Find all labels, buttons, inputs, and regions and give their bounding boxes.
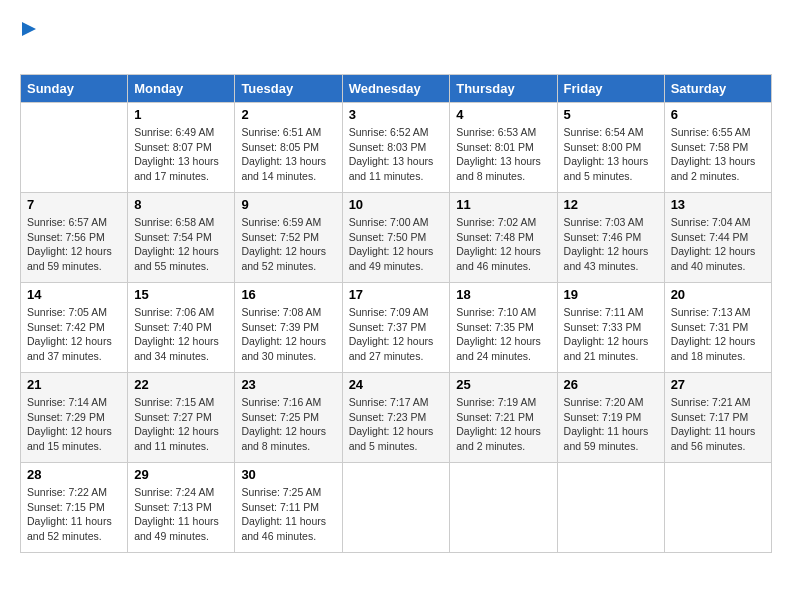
day-info: Sunrise: 7:17 AM Sunset: 7:23 PM Dayligh… bbox=[349, 396, 434, 452]
day-info: Sunrise: 7:10 AM Sunset: 7:35 PM Dayligh… bbox=[456, 306, 541, 362]
day-info: Sunrise: 6:58 AM Sunset: 7:54 PM Dayligh… bbox=[134, 216, 219, 272]
day-info: Sunrise: 7:24 AM Sunset: 7:13 PM Dayligh… bbox=[134, 486, 219, 542]
calendar-cell: 2Sunrise: 6:51 AM Sunset: 8:05 PM Daylig… bbox=[235, 103, 342, 193]
calendar-cell: 10Sunrise: 7:00 AM Sunset: 7:50 PM Dayli… bbox=[342, 193, 450, 283]
day-info: Sunrise: 7:08 AM Sunset: 7:39 PM Dayligh… bbox=[241, 306, 326, 362]
day-info: Sunrise: 6:54 AM Sunset: 8:00 PM Dayligh… bbox=[564, 126, 649, 182]
logo-arrow-icon bbox=[20, 20, 38, 38]
calendar-cell: 9Sunrise: 6:59 AM Sunset: 7:52 PM Daylig… bbox=[235, 193, 342, 283]
day-info: Sunrise: 7:22 AM Sunset: 7:15 PM Dayligh… bbox=[27, 486, 112, 542]
day-info: Sunrise: 7:20 AM Sunset: 7:19 PM Dayligh… bbox=[564, 396, 649, 452]
day-number: 18 bbox=[456, 287, 550, 302]
day-number: 2 bbox=[241, 107, 335, 122]
day-number: 29 bbox=[134, 467, 228, 482]
day-number: 3 bbox=[349, 107, 444, 122]
calendar-table: SundayMondayTuesdayWednesdayThursdayFrid… bbox=[20, 74, 772, 553]
calendar-cell: 22Sunrise: 7:15 AM Sunset: 7:27 PM Dayli… bbox=[128, 373, 235, 463]
day-info: Sunrise: 7:19 AM Sunset: 7:21 PM Dayligh… bbox=[456, 396, 541, 452]
day-number: 22 bbox=[134, 377, 228, 392]
calendar-cell: 20Sunrise: 7:13 AM Sunset: 7:31 PM Dayli… bbox=[664, 283, 771, 373]
day-number: 11 bbox=[456, 197, 550, 212]
day-info: Sunrise: 7:05 AM Sunset: 7:42 PM Dayligh… bbox=[27, 306, 112, 362]
day-number: 28 bbox=[27, 467, 121, 482]
calendar-cell: 3Sunrise: 6:52 AM Sunset: 8:03 PM Daylig… bbox=[342, 103, 450, 193]
day-number: 30 bbox=[241, 467, 335, 482]
calendar-cell: 12Sunrise: 7:03 AM Sunset: 7:46 PM Dayli… bbox=[557, 193, 664, 283]
day-number: 17 bbox=[349, 287, 444, 302]
day-info: Sunrise: 7:09 AM Sunset: 7:37 PM Dayligh… bbox=[349, 306, 434, 362]
day-number: 24 bbox=[349, 377, 444, 392]
day-number: 27 bbox=[671, 377, 765, 392]
calendar-cell: 27Sunrise: 7:21 AM Sunset: 7:17 PM Dayli… bbox=[664, 373, 771, 463]
day-info: Sunrise: 7:03 AM Sunset: 7:46 PM Dayligh… bbox=[564, 216, 649, 272]
calendar-week-5: 28Sunrise: 7:22 AM Sunset: 7:15 PM Dayli… bbox=[21, 463, 772, 553]
calendar-cell bbox=[557, 463, 664, 553]
day-number: 5 bbox=[564, 107, 658, 122]
calendar-cell bbox=[21, 103, 128, 193]
day-info: Sunrise: 7:15 AM Sunset: 7:27 PM Dayligh… bbox=[134, 396, 219, 452]
day-number: 26 bbox=[564, 377, 658, 392]
calendar-cell: 28Sunrise: 7:22 AM Sunset: 7:15 PM Dayli… bbox=[21, 463, 128, 553]
svg-marker-0 bbox=[22, 22, 36, 36]
calendar-cell bbox=[450, 463, 557, 553]
day-number: 14 bbox=[27, 287, 121, 302]
header-friday: Friday bbox=[557, 75, 664, 103]
day-info: Sunrise: 6:59 AM Sunset: 7:52 PM Dayligh… bbox=[241, 216, 326, 272]
day-info: Sunrise: 6:57 AM Sunset: 7:56 PM Dayligh… bbox=[27, 216, 112, 272]
header-tuesday: Tuesday bbox=[235, 75, 342, 103]
calendar-cell: 19Sunrise: 7:11 AM Sunset: 7:33 PM Dayli… bbox=[557, 283, 664, 373]
calendar-cell bbox=[664, 463, 771, 553]
day-info: Sunrise: 7:25 AM Sunset: 7:11 PM Dayligh… bbox=[241, 486, 326, 542]
calendar-cell: 25Sunrise: 7:19 AM Sunset: 7:21 PM Dayli… bbox=[450, 373, 557, 463]
day-number: 7 bbox=[27, 197, 121, 212]
day-number: 10 bbox=[349, 197, 444, 212]
calendar-cell: 26Sunrise: 7:20 AM Sunset: 7:19 PM Dayli… bbox=[557, 373, 664, 463]
day-number: 25 bbox=[456, 377, 550, 392]
calendar-week-2: 7Sunrise: 6:57 AM Sunset: 7:56 PM Daylig… bbox=[21, 193, 772, 283]
logo bbox=[20, 20, 38, 64]
calendar-cell: 21Sunrise: 7:14 AM Sunset: 7:29 PM Dayli… bbox=[21, 373, 128, 463]
day-info: Sunrise: 7:06 AM Sunset: 7:40 PM Dayligh… bbox=[134, 306, 219, 362]
day-number: 20 bbox=[671, 287, 765, 302]
calendar-cell: 1Sunrise: 6:49 AM Sunset: 8:07 PM Daylig… bbox=[128, 103, 235, 193]
day-info: Sunrise: 6:51 AM Sunset: 8:05 PM Dayligh… bbox=[241, 126, 326, 182]
day-info: Sunrise: 7:00 AM Sunset: 7:50 PM Dayligh… bbox=[349, 216, 434, 272]
calendar-cell: 7Sunrise: 6:57 AM Sunset: 7:56 PM Daylig… bbox=[21, 193, 128, 283]
calendar-cell: 11Sunrise: 7:02 AM Sunset: 7:48 PM Dayli… bbox=[450, 193, 557, 283]
header-thursday: Thursday bbox=[450, 75, 557, 103]
day-number: 12 bbox=[564, 197, 658, 212]
header-saturday: Saturday bbox=[664, 75, 771, 103]
page-header bbox=[20, 20, 772, 64]
day-info: Sunrise: 7:16 AM Sunset: 7:25 PM Dayligh… bbox=[241, 396, 326, 452]
day-number: 23 bbox=[241, 377, 335, 392]
calendar-week-1: 1Sunrise: 6:49 AM Sunset: 8:07 PM Daylig… bbox=[21, 103, 772, 193]
header-wednesday: Wednesday bbox=[342, 75, 450, 103]
calendar-cell: 8Sunrise: 6:58 AM Sunset: 7:54 PM Daylig… bbox=[128, 193, 235, 283]
day-info: Sunrise: 6:53 AM Sunset: 8:01 PM Dayligh… bbox=[456, 126, 541, 182]
calendar-cell: 17Sunrise: 7:09 AM Sunset: 7:37 PM Dayli… bbox=[342, 283, 450, 373]
day-info: Sunrise: 6:49 AM Sunset: 8:07 PM Dayligh… bbox=[134, 126, 219, 182]
day-number: 8 bbox=[134, 197, 228, 212]
day-number: 21 bbox=[27, 377, 121, 392]
calendar-cell: 23Sunrise: 7:16 AM Sunset: 7:25 PM Dayli… bbox=[235, 373, 342, 463]
calendar-cell: 30Sunrise: 7:25 AM Sunset: 7:11 PM Dayli… bbox=[235, 463, 342, 553]
header-sunday: Sunday bbox=[21, 75, 128, 103]
day-number: 4 bbox=[456, 107, 550, 122]
day-info: Sunrise: 7:02 AM Sunset: 7:48 PM Dayligh… bbox=[456, 216, 541, 272]
day-info: Sunrise: 7:14 AM Sunset: 7:29 PM Dayligh… bbox=[27, 396, 112, 452]
day-number: 15 bbox=[134, 287, 228, 302]
calendar-cell: 18Sunrise: 7:10 AM Sunset: 7:35 PM Dayli… bbox=[450, 283, 557, 373]
day-number: 13 bbox=[671, 197, 765, 212]
day-info: Sunrise: 7:13 AM Sunset: 7:31 PM Dayligh… bbox=[671, 306, 756, 362]
calendar-cell: 24Sunrise: 7:17 AM Sunset: 7:23 PM Dayli… bbox=[342, 373, 450, 463]
day-info: Sunrise: 7:11 AM Sunset: 7:33 PM Dayligh… bbox=[564, 306, 649, 362]
day-info: Sunrise: 7:21 AM Sunset: 7:17 PM Dayligh… bbox=[671, 396, 756, 452]
day-number: 9 bbox=[241, 197, 335, 212]
day-info: Sunrise: 7:04 AM Sunset: 7:44 PM Dayligh… bbox=[671, 216, 756, 272]
day-number: 19 bbox=[564, 287, 658, 302]
calendar-cell: 13Sunrise: 7:04 AM Sunset: 7:44 PM Dayli… bbox=[664, 193, 771, 283]
calendar-week-4: 21Sunrise: 7:14 AM Sunset: 7:29 PM Dayli… bbox=[21, 373, 772, 463]
calendar-cell: 14Sunrise: 7:05 AM Sunset: 7:42 PM Dayli… bbox=[21, 283, 128, 373]
day-number: 6 bbox=[671, 107, 765, 122]
day-number: 1 bbox=[134, 107, 228, 122]
